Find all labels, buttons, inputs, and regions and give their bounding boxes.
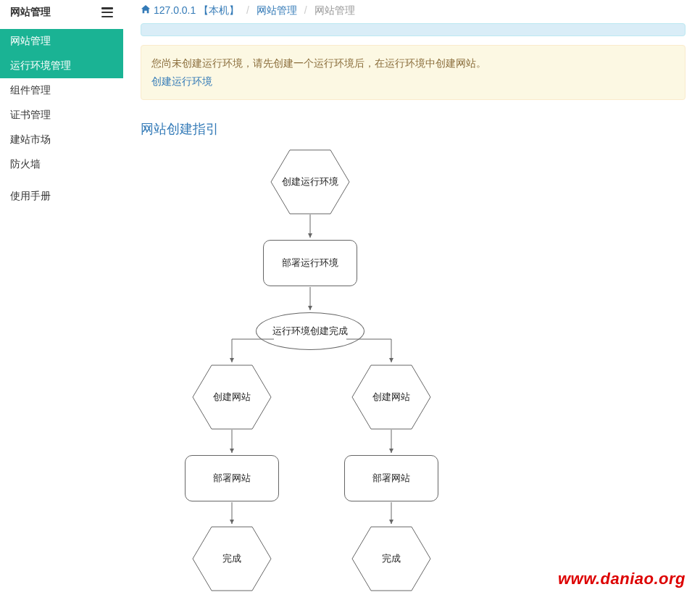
flow-arrows <box>178 149 570 599</box>
main-content: 127.0.0.1 【本机】 / 网站管理 / 网站管理 您尚未创建运行环境，请… <box>123 0 700 608</box>
breadcrumb-host[interactable]: 127.0.0.1 【本机】 <box>154 4 239 16</box>
alert-link[interactable]: 创建运行环境 <box>151 72 212 91</box>
alert-box: 您尚未创建运行环境，请先创建一个运行环境后，在运行环境中创建网站。 创建运行环境 <box>141 45 686 100</box>
sidebar-item-component[interactable]: 组件管理 <box>0 78 123 103</box>
sidebar: 网站管理 网站管理 运行环境管理 组件管理 证书管理 建站市场 防火墙 使用手册 <box>0 0 123 608</box>
sidebar-item-label: 组件管理 <box>10 84 51 96</box>
sidebar-item-label: 防火墙 <box>10 158 41 170</box>
sidebar-title: 网站管理 <box>10 6 51 19</box>
sidebar-header: 网站管理 <box>0 0 123 26</box>
sidebar-item-runtime-env[interactable]: 运行环境管理 <box>0 54 123 78</box>
sidebar-item-site-management[interactable]: 网站管理 <box>0 29 123 54</box>
breadcrumb-mid[interactable]: 网站管理 <box>257 4 297 16</box>
sidebar-item-label: 运行环境管理 <box>10 59 71 71</box>
sidebar-item-label: 证书管理 <box>10 109 51 120</box>
sidebar-item-manual[interactable]: 使用手册 <box>0 184 123 209</box>
breadcrumb-sep: / <box>242 4 254 16</box>
breadcrumb-sep: / <box>300 4 312 16</box>
home-icon[interactable] <box>141 4 154 16</box>
breadcrumb: 127.0.0.1 【本机】 / 网站管理 / 网站管理 <box>141 0 686 23</box>
watermark: www.daniao.org <box>558 570 686 588</box>
sidebar-item-label: 使用手册 <box>10 190 51 201</box>
breadcrumb-current: 网站管理 <box>314 4 355 16</box>
info-bar <box>141 23 686 36</box>
nav-divider <box>0 177 123 184</box>
sidebar-item-label: 网站管理 <box>10 35 51 46</box>
flow-diagram: 创建运行环境 部署运行环境 运行环境创建完成 创建网站 创建网站 部署网站 部署… <box>178 149 570 599</box>
sidebar-item-market[interactable]: 建站市场 <box>0 128 123 152</box>
menu-toggle-icon[interactable] <box>101 7 113 17</box>
sidebar-nav: 网站管理 运行环境管理 组件管理 证书管理 建站市场 防火墙 使用手册 <box>0 26 123 209</box>
section-title: 网站创建指引 <box>141 120 686 138</box>
sidebar-item-firewall[interactable]: 防火墙 <box>0 152 123 177</box>
sidebar-item-label: 建站市场 <box>10 133 51 145</box>
alert-text: 您尚未创建运行环境，请先创建一个运行环境后，在运行环境中创建网站。 <box>151 54 675 72</box>
sidebar-item-certificate[interactable]: 证书管理 <box>0 103 123 128</box>
